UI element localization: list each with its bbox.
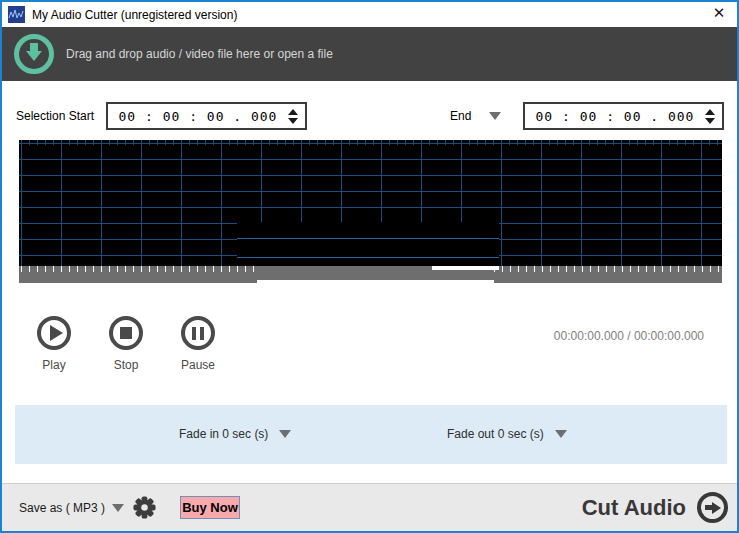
gear-icon[interactable] xyxy=(132,495,157,520)
title-bar: My Audio Cutter (unregistered version) ✕ xyxy=(2,2,737,27)
selection-start-spinner[interactable] xyxy=(288,109,298,124)
spinner-up-icon[interactable] xyxy=(705,109,715,115)
app-window: My Audio Cutter (unregistered version) ✕… xyxy=(0,0,739,533)
timeline-scrollbar[interactable] xyxy=(19,266,722,283)
spinner-up-icon[interactable] xyxy=(288,109,298,115)
fade-out-label[interactable]: Fade out 0 sec (s) xyxy=(447,427,544,441)
selection-start-timebox[interactable] xyxy=(106,102,307,130)
pause-label: Pause xyxy=(168,358,228,372)
selection-end-spinner[interactable] xyxy=(705,109,715,124)
play-button[interactable] xyxy=(37,316,71,350)
waveform-line xyxy=(237,257,499,258)
waveform-line xyxy=(237,238,499,239)
end-dropdown-icon[interactable] xyxy=(489,112,501,120)
spinner-down-icon[interactable] xyxy=(288,118,298,124)
pause-button[interactable] xyxy=(181,316,215,350)
open-file-icon[interactable] xyxy=(14,34,54,74)
app-logo-icon xyxy=(8,6,25,23)
timeline-ticks xyxy=(21,266,257,272)
selection-end-label: End xyxy=(450,109,471,123)
dropzone[interactable]: Drag and drop audio / video file here or… xyxy=(2,27,737,81)
waveform-display[interactable] xyxy=(19,140,722,266)
selection-end-input[interactable] xyxy=(531,109,699,124)
dropzone-text: Drag and drop audio / video file here or… xyxy=(66,27,333,81)
window-title: My Audio Cutter (unregistered version) xyxy=(32,8,237,22)
spinner-down-icon[interactable] xyxy=(705,118,715,124)
timeline-ticks xyxy=(494,266,720,272)
footer-bar: Save as ( MP3 ) Buy Now Cut Audio xyxy=(2,483,737,531)
stop-label: Stop xyxy=(96,358,156,372)
selection-start-label: Selection Start xyxy=(16,109,94,123)
fade-in-dropdown-icon[interactable] xyxy=(279,430,291,438)
save-as-label[interactable]: Save as ( MP3 ) xyxy=(19,501,105,515)
fade-in-label[interactable]: Fade in 0 sec (s) xyxy=(179,427,268,441)
cut-audio-button[interactable]: Cut Audio xyxy=(582,484,728,531)
stop-button[interactable] xyxy=(109,316,143,350)
play-label: Play xyxy=(24,358,84,372)
waveform-selection-region[interactable] xyxy=(237,222,499,266)
close-icon[interactable]: ✕ xyxy=(701,2,737,27)
selection-end-timebox[interactable] xyxy=(523,102,724,130)
pause-icon xyxy=(192,327,204,340)
selection-start-input[interactable] xyxy=(114,109,282,124)
playback-time-display: 00:00:00.000 / 00:00:00.000 xyxy=(482,329,704,343)
save-as-dropdown-icon[interactable] xyxy=(112,504,124,512)
buy-now-button[interactable]: Buy Now xyxy=(180,496,240,519)
cut-audio-arrow-icon[interactable] xyxy=(697,492,728,523)
timeline-selection-marker[interactable] xyxy=(432,266,499,270)
cut-audio-label: Cut Audio xyxy=(582,495,686,521)
play-icon xyxy=(50,325,63,341)
stop-icon xyxy=(120,327,132,339)
timeline-thumb-notch xyxy=(257,280,494,283)
fade-out-dropdown-icon[interactable] xyxy=(555,430,567,438)
fade-panel: Fade in 0 sec (s) Fade out 0 sec (s) xyxy=(15,405,727,464)
